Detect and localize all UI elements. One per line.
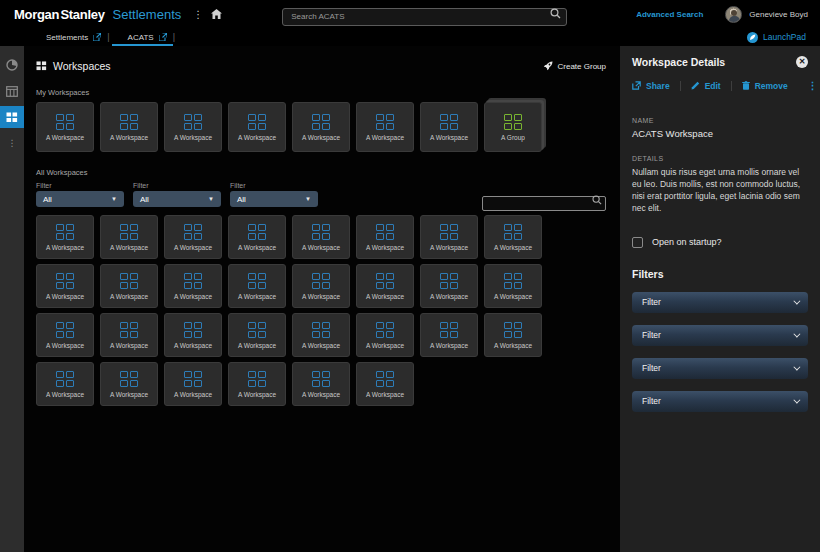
remove-button[interactable]: Remove [742,81,798,91]
workspace-filter-row: Filter All ▼ Filter All ▼ Filter All ▼ [36,182,606,207]
panel-filter-accordion[interactable]: Filter [632,358,808,379]
all-workspaces-label: All Workspaces [36,168,606,177]
workspace-icon [56,322,74,338]
open-on-startup-row[interactable]: Open on startup? [632,237,808,248]
external-link-icon[interactable] [93,33,101,41]
workspace-tile[interactable]: A Workspace [228,102,286,152]
filters-heading: Filters [632,268,808,280]
panel-title: Workspace Details [632,56,725,68]
sidebar-item-workspaces[interactable] [0,106,24,128]
workspace-tile[interactable]: A Workspace [484,313,542,357]
tab-bar: Settlements | ACATS | LaunchPad [0,28,820,46]
filter-dropdown[interactable]: All ▼ [36,191,124,207]
launchpad-button[interactable]: LaunchPad [747,28,820,46]
close-icon[interactable]: ✕ [796,56,808,68]
workspace-tile[interactable]: A Workspace [292,215,350,259]
left-sidebar: ⋮ [0,46,24,552]
app-name: Settlements [113,7,182,22]
workspace-icon [440,273,458,289]
workspace-icon [312,273,330,289]
workspace-tile[interactable]: A Workspace [164,313,222,357]
user-name: Genevieve Boyd [749,10,808,19]
workspace-tile[interactable]: A Workspace [228,264,286,308]
panel-more-icon[interactable]: ⋮ [808,80,818,91]
workspace-tile-label: A Workspace [110,134,148,141]
chevron-down-icon [793,396,800,403]
filter-dropdown[interactable]: All ▼ [230,191,318,207]
workspace-tile-label: A Workspace [366,134,404,141]
advanced-search-link[interactable]: Advanced Search [636,10,703,19]
workspace-search-input[interactable] [482,196,606,211]
page-title: Workspaces [53,60,111,72]
workspace-tile[interactable]: A Workspace [100,102,158,152]
edit-button[interactable]: Edit [691,81,732,91]
workspace-tile[interactable]: A Workspace [100,313,158,357]
workspace-tile[interactable]: A Workspace [420,313,478,357]
workspace-tile[interactable]: A Workspace [100,362,158,406]
panel-filter-accordion[interactable]: Filter [632,292,808,313]
home-icon[interactable] [211,9,222,19]
workspace-icon [248,114,266,130]
workspace-icon [56,114,74,130]
menu-kebab-icon[interactable]: ⋮ [193,9,203,20]
workspace-tile-label: A Workspace [302,244,340,251]
user-avatar[interactable] [725,6,742,23]
workspace-tile[interactable]: A Workspace [420,264,478,308]
workspace-tile-label: A Workspace [46,293,84,300]
create-group-button[interactable]: Create Group [543,61,606,71]
workspace-tile-label: A Workspace [174,244,212,251]
share-button[interactable]: Share [632,81,681,91]
workspace-tile[interactable]: A Workspace [420,102,478,152]
workspace-tile-label: A Workspace [110,342,148,349]
workspace-icon [184,273,202,289]
tab-acats[interactable]: ACATS [112,28,173,46]
external-link-icon[interactable] [159,33,167,41]
workspace-tile[interactable]: A Workspace [356,313,414,357]
workspace-icon [376,114,394,130]
workspace-tile[interactable]: A Workspace [292,264,350,308]
workspace-tile[interactable]: A Workspace [36,362,94,406]
workspace-icon [312,114,330,130]
workspace-tile[interactable]: A Workspace [356,215,414,259]
sidebar-item-dashboard[interactable] [0,54,24,76]
workspace-tile[interactable]: A Workspace [164,264,222,308]
workspace-tile[interactable]: A Workspace [420,215,478,259]
workspace-tile[interactable]: A Workspace [164,215,222,259]
search-icon[interactable] [550,8,561,19]
sidebar-item-more[interactable]: ⋮ [0,132,24,154]
group-tile[interactable]: A Group [484,102,542,152]
workspace-tile[interactable]: A Workspace [292,362,350,406]
startup-checkbox[interactable] [632,237,643,248]
workspace-tile[interactable]: A Workspace [228,362,286,406]
workspace-tile[interactable]: A Workspace [356,362,414,406]
workspace-tile[interactable]: A Workspace [164,362,222,406]
workspace-tile[interactable]: A Workspace [36,264,94,308]
search-icon[interactable] [592,195,602,205]
workspace-icon [376,273,394,289]
workspace-icon [440,322,458,338]
filter-label: Filter [36,182,124,189]
workspace-tile[interactable]: A Workspace [100,215,158,259]
sidebar-item-table[interactable] [0,80,24,102]
workspace-tile[interactable]: A Workspace [356,264,414,308]
workspace-tile[interactable]: A Workspace [36,215,94,259]
tab-settlements[interactable]: Settlements [30,28,107,46]
workspace-tile[interactable]: A Workspace [292,313,350,357]
workspace-tile[interactable]: A Workspace [356,102,414,152]
workspace-tile[interactable]: A Workspace [228,215,286,259]
workspace-tile[interactable]: A Workspace [228,313,286,357]
workspace-tile[interactable]: A Workspace [292,102,350,152]
workspace-tile[interactable]: A Workspace [100,264,158,308]
workspace-tile[interactable]: A Workspace [484,215,542,259]
workspace-tile[interactable]: A Workspace [164,102,222,152]
panel-filter-accordion[interactable]: Filter [632,391,808,412]
global-search-input[interactable] [282,8,567,26]
panel-filter-accordion[interactable]: Filter [632,325,808,346]
filter-dropdown[interactable]: All ▼ [133,191,221,207]
workspace-icon [376,371,394,387]
workspace-tile-label: A Workspace [366,342,404,349]
workspace-tile[interactable]: A Workspace [36,102,94,152]
tab-divider: | [173,28,177,46]
workspace-tile[interactable]: A Workspace [484,264,542,308]
workspace-tile[interactable]: A Workspace [36,313,94,357]
